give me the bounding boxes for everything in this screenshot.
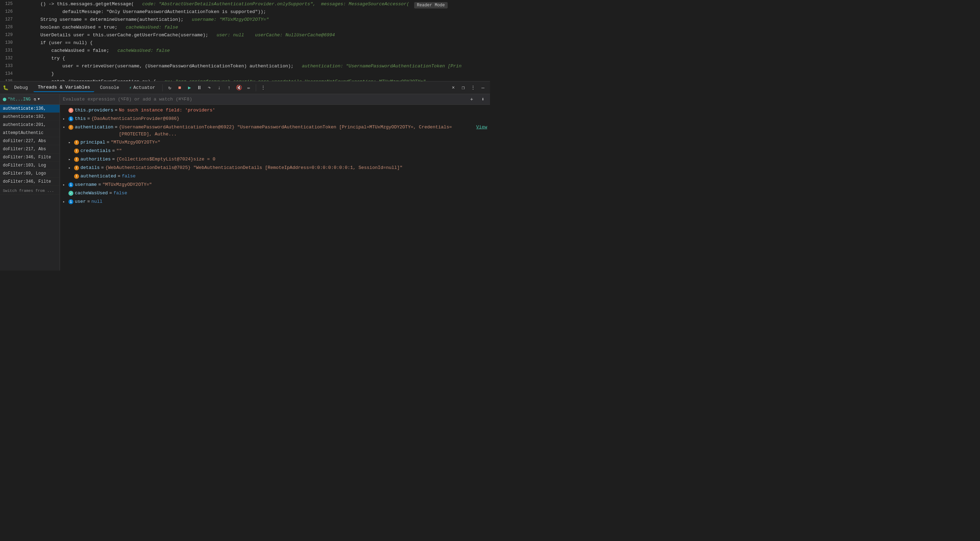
more-panel-button[interactable]: ⋮ bbox=[469, 84, 477, 92]
mute-breakpoints-button[interactable]: 🔇 bbox=[235, 84, 243, 92]
variable-row[interactable]: !credentials = "" bbox=[60, 147, 490, 155]
variable-icon: ! bbox=[74, 174, 79, 179]
code-line-128[interactable]: 128 boolean cacheWasUsed = true; cacheWa… bbox=[0, 23, 490, 31]
expand-arrow[interactable]: ▸ bbox=[68, 156, 74, 162]
expression-input[interactable] bbox=[63, 97, 465, 102]
code-line-132[interactable]: 132 try { bbox=[0, 54, 490, 62]
tab-threads-variables[interactable]: Threads & Variables bbox=[33, 83, 94, 92]
code-line-133[interactable]: 133 user = retrieveUser(username, (Usern… bbox=[0, 62, 490, 70]
expand-arrow[interactable] bbox=[63, 107, 68, 108]
code-line-135[interactable]: 135 catch (UsernameNotFoundException ex)… bbox=[0, 78, 490, 81]
variable-name: principal bbox=[80, 139, 105, 146]
expand-arrow[interactable]: ▾ bbox=[63, 124, 68, 130]
code-line-131[interactable]: 131 cacheWasUsed = false; cacheWasUsed: … bbox=[0, 46, 490, 54]
step-out-button[interactable]: ↑ bbox=[225, 84, 233, 92]
add-watch-button[interactable]: + bbox=[468, 95, 476, 104]
step-into-button[interactable]: ↓ bbox=[215, 84, 223, 92]
stack-frames-list: authenticate:136,authenticate:182,authen… bbox=[0, 105, 60, 186]
expand-button[interactable]: ⬇ bbox=[479, 95, 487, 104]
expand-arrow[interactable]: ▸ bbox=[63, 181, 68, 188]
debug-panel: 🐛 Debug Threads & Variables Console ⚡ Ac… bbox=[0, 81, 490, 270]
line-hint: authentication: "UsernamePasswordAuthent… bbox=[296, 64, 461, 69]
stack-frame-item[interactable]: authenticate:182, bbox=[0, 113, 60, 121]
line-number: 133 bbox=[0, 64, 18, 68]
variable-icon: ! bbox=[74, 165, 79, 170]
toolbar-separator-2 bbox=[256, 84, 256, 91]
line-hint: username: "MTUxMzgyODY2OTY=" bbox=[186, 17, 269, 22]
stack-frame-item[interactable]: doFilter:103, Log bbox=[0, 162, 60, 170]
variable-value: {WebAuthenticationDetails@7025} "WebAuth… bbox=[105, 164, 402, 172]
line-hint: cacheWasUsed: false bbox=[120, 25, 178, 30]
reader-mode-button[interactable]: Reader Mode bbox=[414, 2, 448, 8]
stack-frame-item[interactable]: authenticate:201, bbox=[0, 121, 60, 129]
stack-frame-item[interactable]: attemptAuthentic bbox=[0, 129, 60, 137]
expand-arrow[interactable] bbox=[68, 173, 74, 174]
stack-frame-item[interactable]: authenticate:136, bbox=[0, 105, 60, 113]
line-code: UserDetails user = this.userCache.getUse… bbox=[18, 32, 490, 38]
more-options-button[interactable]: ⋮ bbox=[259, 84, 267, 92]
step-over-button[interactable]: ↷ bbox=[205, 84, 213, 92]
expand-arrow[interactable]: ▸ bbox=[63, 198, 68, 205]
line-code: } bbox=[18, 71, 490, 76]
restore-panel-button[interactable]: ❐ bbox=[459, 84, 468, 92]
variable-equals: = bbox=[118, 173, 120, 180]
dropdown-arrow[interactable]: ▼ bbox=[38, 97, 40, 101]
variable-icon: ✓ bbox=[68, 191, 73, 196]
variable-value: "MTUxMzgyODY2OTY=" bbox=[102, 181, 152, 188]
filter-icon[interactable]: ⚗ bbox=[33, 97, 37, 102]
variable-row[interactable]: ▸iusername = "MTUxMzgyODY2OTY=" bbox=[60, 181, 490, 189]
switch-frames-label[interactable]: Switch frames from ... bbox=[0, 187, 60, 195]
stack-frame-item[interactable]: doFilter:346, Filte bbox=[0, 178, 60, 186]
variable-row[interactable]: ▸ithis = {DaoAuthenticationProvider@6986… bbox=[60, 115, 490, 123]
line-number: 134 bbox=[0, 71, 18, 76]
variable-equals: = bbox=[87, 198, 90, 205]
stack-frame-item[interactable]: doFilter:346, Filte bbox=[0, 153, 60, 162]
expand-arrow[interactable] bbox=[63, 190, 68, 191]
stack-frame-item[interactable]: doFilter:227, Abs bbox=[0, 137, 60, 145]
variable-row[interactable]: ▸!details = {WebAuthenticationDetails@70… bbox=[60, 164, 490, 172]
variable-name: this.providers bbox=[75, 107, 113, 114]
variable-name: authorities bbox=[80, 156, 111, 163]
tab-actuator[interactable]: ⚡ Actuator bbox=[125, 84, 159, 92]
resume-button[interactable]: ▶ bbox=[185, 84, 194, 92]
code-editor: Reader Mode 125 () -> this.messages.getg… bbox=[0, 0, 490, 81]
stop-button[interactable]: ■ bbox=[175, 84, 184, 92]
rerun-button[interactable]: ↻ bbox=[165, 84, 174, 92]
tab-debug[interactable]: Debug bbox=[10, 84, 32, 92]
debug-content: "ht...ING ⚗ ▼ authenticate:136,authentic… bbox=[0, 94, 490, 270]
stack-frame-item[interactable]: doFilter:217, Abs bbox=[0, 145, 60, 153]
variable-equals: = bbox=[98, 181, 101, 188]
variable-value: false bbox=[122, 173, 135, 180]
variable-value: null bbox=[91, 198, 102, 205]
edit-run-config-button[interactable]: ✏ bbox=[245, 84, 253, 92]
code-line-129[interactable]: 129 UserDetails user = this.userCache.ge… bbox=[0, 31, 490, 39]
variable-row[interactable]: ▸iuser = null bbox=[60, 197, 490, 206]
variable-value: "" bbox=[116, 147, 122, 154]
code-line-127[interactable]: 127 String username = determineUsername(… bbox=[0, 16, 490, 23]
close-panel-button[interactable]: × bbox=[449, 84, 458, 92]
variable-row[interactable]: !authenticated = false bbox=[60, 172, 490, 181]
expand-arrow[interactable] bbox=[68, 147, 74, 148]
running-indicator bbox=[3, 98, 6, 101]
code-line-126[interactable]: 126 defaultMessage: "Only UsernamePasswo… bbox=[0, 8, 490, 16]
variable-icon: ! bbox=[68, 108, 73, 113]
variable-row[interactable]: !this.providers = No such instance field… bbox=[60, 106, 490, 115]
line-hint: user: null userCache: NullUserCache@6994 bbox=[211, 32, 335, 38]
variable-row[interactable]: ✓cacheWasUsed = false bbox=[60, 189, 490, 197]
stack-frame-item[interactable]: doFilter:89, Logo bbox=[0, 170, 60, 178]
variable-row[interactable]: ▾!authentication = {UsernamePasswordAuth… bbox=[60, 123, 490, 138]
code-line-134[interactable]: 134 } bbox=[0, 70, 490, 78]
line-code: try { bbox=[18, 56, 490, 61]
code-line-130[interactable]: 130 if (user == null) { bbox=[0, 39, 490, 46]
expand-arrow[interactable]: ▸ bbox=[63, 115, 68, 122]
pause-button[interactable]: ⏸ bbox=[195, 84, 204, 92]
tab-console[interactable]: Console bbox=[95, 84, 124, 92]
expand-arrow[interactable]: ▸ bbox=[68, 164, 74, 171]
variable-row[interactable]: ▸!principal = "MTUxMzgyODY2OTY=" bbox=[60, 138, 490, 147]
variable-equals: = bbox=[115, 107, 118, 114]
expand-arrow[interactable]: ▸ bbox=[68, 139, 74, 145]
stack-panel: "ht...ING ⚗ ▼ authenticate:136,authentic… bbox=[0, 94, 60, 270]
variable-view-link[interactable]: View bbox=[476, 124, 487, 131]
variable-row[interactable]: ▸!authorities = {Collections$EmptyList@7… bbox=[60, 155, 490, 164]
minimize-panel-button[interactable]: — bbox=[479, 84, 487, 92]
